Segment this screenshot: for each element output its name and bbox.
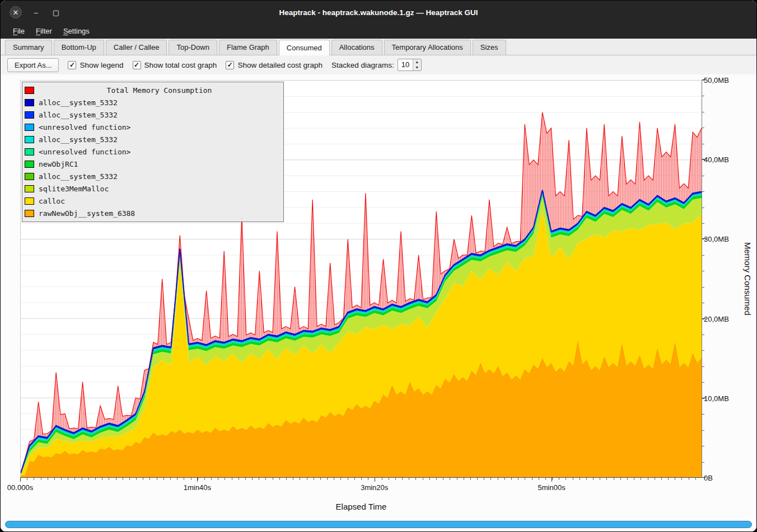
tab-bar: SummaryBottom-UpCaller / CalleeTop-DownF… [1, 39, 756, 55]
tab-allocations[interactable]: Allocations [331, 40, 382, 55]
legend-swatch [25, 173, 34, 180]
y-tick-labels: 0B10,0MB20,0MB30,0MB40,0MB50,0MB [704, 80, 733, 478]
heaptrack-window: ✕ – ▢ Heaptrack - heaptrack.wakunode.1.g… [0, 0, 757, 532]
titlebar: ✕ – ▢ Heaptrack - heaptrack.wakunode.1.g… [1, 1, 756, 24]
menu-file[interactable]: File [7, 25, 30, 37]
spin-down-icon[interactable]: ▼ [413, 65, 421, 70]
x-tick-label: 5min00s [538, 483, 566, 492]
menu-filter[interactable]: Filter [30, 25, 58, 37]
spinbox-arrows: ▲ ▼ [413, 59, 421, 70]
tab-summary[interactable]: Summary [5, 40, 52, 55]
x-tick [197, 478, 198, 482]
y-tick-label: 30,0MB [704, 235, 729, 243]
y-tick-label: 50,0MB [704, 76, 729, 84]
tab-flame-graph[interactable]: Flame Graph [219, 40, 277, 55]
legend-label: alloc__system_5332 [39, 111, 118, 119]
tab-top-down[interactable]: Top-Down [169, 40, 217, 55]
minimize-icon[interactable]: – [30, 6, 42, 18]
spin-up-icon[interactable]: ▲ [413, 59, 421, 65]
legend-label: alloc__system_5332 [39, 172, 118, 181]
y-axis-title: Memory Consumed [742, 80, 753, 478]
legend-title-row: Total Memory Consumption [25, 84, 280, 96]
checkbox-label: Show total cost graph [144, 61, 217, 69]
legend-item: sqlite3MemMalloc [25, 182, 280, 195]
x-tick-label: 1min40s [184, 483, 211, 492]
check-icon: ✓ [226, 61, 234, 69]
window-controls: ✕ – ▢ [10, 1, 62, 24]
tab-caller-callee[interactable]: Caller / Callee [106, 40, 167, 55]
legend-item: calloc [25, 195, 280, 207]
legend-label: sqlite3MemMalloc [39, 185, 109, 193]
y-tick-label: 0B [704, 474, 713, 482]
checkbox-label: Show detailed cost graph [237, 61, 323, 69]
x-axis-title: Elapsed Time [20, 502, 702, 511]
legend-item: <unresolved function> [25, 121, 280, 133]
legend-item: rawNewObj__system_6388 [25, 207, 280, 219]
x-tick [20, 478, 21, 482]
legend-label: alloc__system_5332 [39, 98, 118, 107]
window-title: Heaptrack - heaptrack.wakunode.1.gz — He… [1, 8, 756, 17]
checkbox-show-detailed-cost-graph[interactable]: ✓Show detailed cost graph [226, 61, 323, 69]
x-tick-labels: 00.000s1min40s3min20s5min00s [20, 483, 702, 493]
x-major-ticks [20, 478, 702, 482]
menu-settings[interactable]: Settings [58, 25, 95, 37]
legend-swatch [25, 185, 34, 192]
legend-label: alloc__system_5332 [39, 135, 118, 144]
stacked-diagrams-group: Stacked diagrams: 10 ▲ ▼ [331, 59, 422, 71]
legend-label: rawNewObj__system_6388 [39, 209, 135, 218]
y-tick-label: 20,0MB [704, 314, 729, 323]
checkbox-label: Show legend [80, 61, 123, 69]
tab-sizes[interactable]: Sizes [473, 40, 506, 55]
legend-swatch [25, 136, 34, 143]
legend-label: calloc [39, 197, 65, 205]
legend-swatch [25, 99, 34, 106]
legend-swatch [25, 148, 34, 156]
checkbox-show-total-cost-graph[interactable]: ✓Show total cost graph [133, 61, 217, 69]
y-tick-label: 40,0MB [704, 156, 729, 164]
stacked-diagrams-spinbox[interactable]: 10 ▲ ▼ [398, 59, 422, 71]
checkbox-group: ✓Show legend✓Show total cost graph✓Show … [68, 61, 323, 69]
legend-label: <unresolved function> [39, 123, 130, 131]
chart-region: 00.000s1min40s3min20s5min00s Elapsed Tim… [1, 74, 756, 531]
x-tick [552, 478, 552, 482]
check-icon: ✓ [133, 61, 141, 69]
tab-consumed[interactable]: Consumed [279, 40, 330, 55]
legend-item: alloc__system_5332 [25, 109, 280, 121]
legend-label: <unresolved function> [39, 148, 130, 156]
tab-temporary-allocations[interactable]: Temporary Allocations [384, 40, 471, 55]
legend-swatch [25, 87, 34, 94]
legend-item: alloc__system_5332 [25, 133, 280, 145]
chart-legend: Total Memory Consumptionalloc__system_53… [22, 82, 284, 222]
checkbox-show-legend[interactable]: ✓Show legend [68, 61, 123, 69]
menubar: FileFilterSettings [1, 24, 756, 39]
stacked-diagrams-value: 10 [398, 59, 413, 70]
check-icon: ✓ [68, 61, 76, 69]
close-icon[interactable]: ✕ [10, 6, 22, 18]
legend-item: alloc__system_5332 [25, 96, 280, 109]
maximize-icon[interactable]: ▢ [50, 6, 62, 18]
tab-bottom-up[interactable]: Bottom-Up [54, 40, 104, 55]
legend-item: alloc__system_5332 [25, 170, 280, 182]
legend-title: Total Memory Consumption [39, 86, 280, 95]
x-tick-label: 3min20s [361, 483, 388, 492]
toolbar: Export As... ✓Show legend✓Show total cos… [1, 55, 756, 74]
legend-swatch [25, 124, 34, 131]
legend-swatch [25, 210, 34, 217]
x-tick-label: 00.000s [7, 483, 33, 492]
legend-label: newObjRC1 [39, 160, 78, 168]
y-tick-label: 10,0MB [704, 394, 729, 402]
time-range-slider[interactable] [5, 521, 752, 528]
legend-swatch [25, 197, 34, 205]
legend-swatch [25, 161, 34, 168]
legend-item: <unresolved function> [25, 145, 280, 158]
x-tick [375, 478, 375, 482]
legend-item: newObjRC1 [25, 158, 280, 170]
stacked-diagrams-label: Stacked diagrams: [331, 61, 394, 69]
export-as-button[interactable]: Export As... [7, 58, 59, 72]
legend-swatch [25, 111, 34, 119]
